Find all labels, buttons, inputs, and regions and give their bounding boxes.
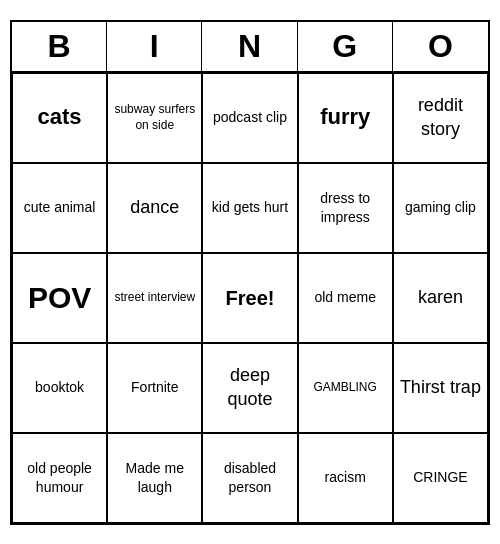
bingo-cell: Thirst trap (393, 343, 488, 433)
bingo-cell: GAMBLING (298, 343, 393, 433)
bingo-cell: deep quote (202, 343, 297, 433)
bingo-card: BINGO catssubway surfers on sidepodcast … (10, 20, 490, 525)
bingo-cell: street interview (107, 253, 202, 343)
bingo-cell: Fortnite (107, 343, 202, 433)
bingo-cell: Free! (202, 253, 297, 343)
bingo-cell: podcast clip (202, 73, 297, 163)
header-letter: I (107, 22, 202, 71)
bingo-header: BINGO (12, 22, 488, 73)
bingo-cell: kid gets hurt (202, 163, 297, 253)
bingo-cell: racism (298, 433, 393, 523)
header-letter: G (298, 22, 393, 71)
bingo-cell: booktok (12, 343, 107, 433)
bingo-cell: karen (393, 253, 488, 343)
bingo-cell: cute animal (12, 163, 107, 253)
header-letter: N (202, 22, 297, 71)
bingo-cell: dance (107, 163, 202, 253)
bingo-cell: Made me laugh (107, 433, 202, 523)
bingo-cell: cats (12, 73, 107, 163)
header-letter: B (12, 22, 107, 71)
bingo-cell: old meme (298, 253, 393, 343)
bingo-cell: disabled person (202, 433, 297, 523)
bingo-cell: reddit story (393, 73, 488, 163)
bingo-cell: old people humour (12, 433, 107, 523)
header-letter: O (393, 22, 488, 71)
bingo-cell: POV (12, 253, 107, 343)
bingo-grid: catssubway surfers on sidepodcast clipfu… (12, 73, 488, 523)
bingo-cell: subway surfers on side (107, 73, 202, 163)
bingo-cell: CRINGE (393, 433, 488, 523)
bingo-cell: gaming clip (393, 163, 488, 253)
bingo-cell: furry (298, 73, 393, 163)
bingo-cell: dress to impress (298, 163, 393, 253)
